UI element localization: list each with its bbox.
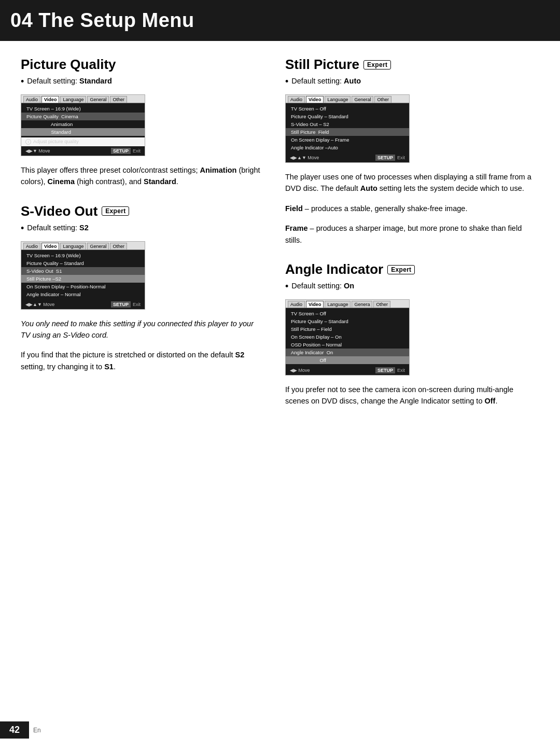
- right-column: Still Picture Expert • Default setting: …: [280, 57, 539, 423]
- tab-audio: Audio: [288, 301, 305, 308]
- menu-row-selected: Still Picture –S2: [21, 275, 145, 283]
- tab-other: Other: [110, 243, 127, 249]
- menu-footer-right: SETUP Exit: [111, 148, 141, 154]
- tab-general: General: [352, 96, 373, 103]
- menu-footer-right: SETUP Exit: [111, 301, 141, 308]
- tab-audio: Audio: [23, 96, 40, 103]
- tab-language: Language: [60, 243, 86, 249]
- tab-other: Other: [110, 96, 127, 103]
- picture-quality-body: This player offers three preset color/co…: [21, 164, 264, 188]
- menu-rows: TV Screen – 16:9 (Wide) Picture Quality …: [21, 103, 145, 137]
- exit-label: Exit: [397, 155, 405, 160]
- menu-row: S-Video Out – S2: [286, 120, 409, 128]
- page-lang: En: [33, 727, 41, 734]
- tab-audio: Audio: [288, 96, 305, 103]
- left-column: Picture Quality • Default setting: Stand…: [21, 57, 280, 423]
- s-video-italic-body: You only need to make this setting if yo…: [21, 318, 264, 341]
- info-icon: i: [25, 139, 31, 145]
- menu-nav-info: ◀▶▲▼ Move: [25, 302, 54, 307]
- tab-general: General: [87, 96, 109, 103]
- section-picture-quality: Picture Quality • Default setting: Stand…: [21, 57, 264, 188]
- tab-general: General: [87, 243, 109, 249]
- menu-tabs: Audio Video Language General Other: [286, 95, 409, 103]
- menu-footer-right: SETUP Exit: [375, 155, 405, 161]
- menu-footer: ◀▶ Move SETUP Exit: [286, 366, 409, 375]
- s-video-out-default: • Default setting: S2: [21, 224, 264, 234]
- tab-video: Video: [41, 243, 59, 249]
- menu-note: i Adjust picture quality: [21, 137, 145, 146]
- s-video-body: If you find that the picture is stretche…: [21, 349, 264, 372]
- tab-other: Other: [373, 301, 390, 308]
- angle-indicator-default: • Default setting: On: [285, 282, 539, 292]
- setup-button: SETUP: [375, 367, 395, 373]
- still-picture-title: Still Picture Expert: [285, 57, 539, 73]
- angle-indicator-body: If you prefer not to see the camera icon…: [285, 384, 539, 407]
- tab-language: Language: [325, 301, 351, 308]
- page-number-area: 42 En: [0, 721, 41, 739]
- menu-row: Animation: [21, 120, 145, 128]
- menu-rows: TV Screen – Off Picture Quality – Standa…: [286, 308, 409, 366]
- setup-button: SETUP: [375, 155, 395, 161]
- menu-footer: ◀▶▼ Move SETUP Exit: [21, 146, 145, 156]
- picture-quality-menu: Audio Video Language General Other TV Sc…: [21, 94, 145, 156]
- page-header: 04 The Setup Menu: [0, 0, 560, 41]
- menu-tabs: Audio Video Language General Other: [21, 242, 145, 250]
- expert-badge: Expert: [363, 60, 391, 69]
- menu-row: TV Screen – Off: [286, 105, 409, 113]
- still-picture-default: • Default setting: Auto: [285, 77, 539, 87]
- picture-quality-title: Picture Quality: [21, 57, 264, 73]
- menu-row-highlighted: S-Video Out S1: [21, 267, 145, 275]
- menu-nav-info: ◀▶▲▼ Move: [290, 155, 319, 160]
- menu-footer-right: SETUP Exit: [375, 367, 405, 373]
- section-still-picture: Still Picture Expert • Default setting: …: [285, 57, 539, 246]
- bullet-dot: •: [285, 282, 288, 292]
- page-title: 04 The Setup Menu: [10, 9, 548, 32]
- tab-genera: Genera: [352, 301, 372, 308]
- content-area: Picture Quality • Default setting: Stand…: [0, 57, 560, 423]
- still-picture-frame-text: Frame – produces a sharper image, but mo…: [285, 222, 539, 246]
- menu-footer: ◀▶▲▼ Move SETUP Exit: [286, 153, 409, 162]
- exit-label: Exit: [397, 368, 405, 373]
- menu-row: Angle Indicator –Auto: [286, 144, 409, 151]
- menu-row: On Screen Diplay – Frame: [286, 136, 409, 144]
- setup-button: SETUP: [111, 301, 131, 308]
- menu-nav-info: ◀▶ Move: [290, 368, 310, 373]
- bullet-dot: •: [21, 224, 24, 234]
- setup-button: SETUP: [111, 148, 131, 154]
- menu-row: TV Screen – 16:9 (Wide): [21, 252, 145, 259]
- still-picture-field-text: Field – produces a stable, generally sha…: [285, 203, 539, 214]
- menu-row-selected: Standard: [21, 128, 145, 136]
- menu-footer: ◀▶▲▼ Move SETUP Exit: [21, 300, 145, 309]
- s-video-out-title: S-Video Out Expert: [21, 203, 264, 219]
- s-video-menu: Audio Video Language General Other TV Sc…: [21, 241, 145, 310]
- menu-tabs: Audio Video Language Genera Other: [286, 300, 409, 308]
- exit-label: Exit: [133, 302, 141, 307]
- bullet-dot: •: [21, 77, 24, 87]
- expert-badge: Expert: [387, 265, 415, 274]
- menu-row: Picture Quality – Standard: [286, 317, 409, 325]
- tab-video: Video: [306, 96, 324, 103]
- menu-row-highlighted: Still Picture Field: [286, 128, 409, 136]
- tab-other: Other: [374, 96, 391, 103]
- angle-indicator-title: Angle Indicator Expert: [285, 261, 539, 277]
- menu-row: TV Screen – Off: [286, 310, 409, 317]
- menu-row: Picture Quality – Standard: [21, 259, 145, 267]
- angle-indicator-menu: Audio Video Language Genera Other TV Scr…: [285, 299, 410, 376]
- section-angle-indicator: Angle Indicator Expert • Default setting…: [285, 261, 539, 407]
- menu-row: TV Screen – 16:9 (Wide): [21, 105, 145, 113]
- tab-language: Language: [60, 96, 86, 103]
- menu-row-highlighted: Angle Indicator On: [286, 349, 409, 356]
- expert-badge: Expert: [102, 206, 129, 216]
- picture-quality-default: • Default setting: Standard: [21, 77, 264, 87]
- bullet-dot: •: [285, 77, 288, 87]
- section-s-video-out: S-Video Out Expert • Default setting: S2…: [21, 203, 264, 373]
- still-picture-menu: Audio Video Language General Other TV Sc…: [285, 94, 410, 163]
- tab-video: Video: [306, 301, 324, 308]
- menu-row: On Screen Diplay – On: [286, 333, 409, 341]
- menu-nav-info: ◀▶▼ Move: [25, 148, 50, 154]
- tab-audio: Audio: [23, 243, 40, 249]
- menu-rows: TV Screen – Off Picture Quality – Standa…: [286, 103, 409, 153]
- tab-video: Video: [41, 96, 59, 103]
- page-number: 42: [0, 721, 29, 739]
- menu-row: Still Picture – Field: [286, 325, 409, 333]
